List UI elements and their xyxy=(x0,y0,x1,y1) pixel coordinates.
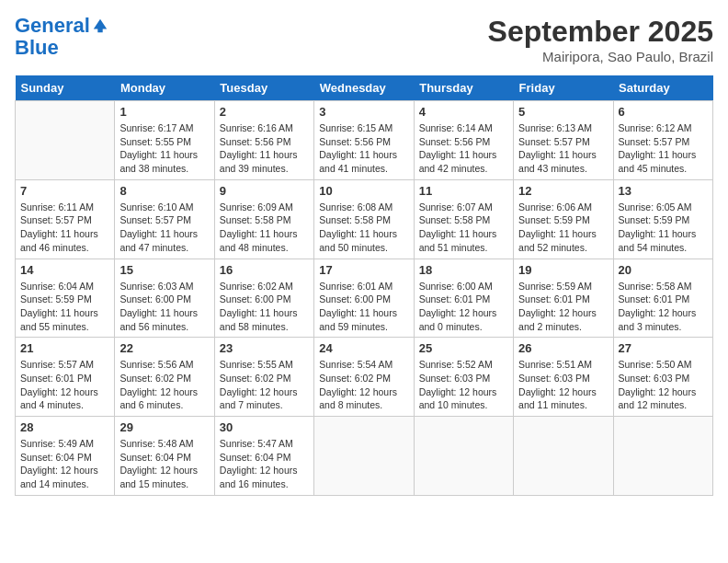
svg-marker-0 xyxy=(94,19,107,32)
day-info: Sunrise: 6:17 AM Sunset: 5:55 PM Dayligh… xyxy=(119,121,209,176)
day-of-week-saturday: Saturday xyxy=(613,75,712,101)
day-number: 23 xyxy=(220,341,309,355)
day-number: 9 xyxy=(220,184,309,198)
calendar-cell: 13Sunrise: 6:05 AM Sunset: 5:59 PM Dayli… xyxy=(613,179,712,259)
day-info: Sunrise: 5:58 AM Sunset: 6:01 PM Dayligh… xyxy=(619,280,708,334)
days-of-week-row: SundayMondayTuesdayWednesdayThursdayFrid… xyxy=(16,75,713,101)
calendar-cell xyxy=(613,417,712,496)
week-row-5: 28Sunrise: 5:49 AM Sunset: 6:04 PM Dayli… xyxy=(16,417,713,496)
day-number: 4 xyxy=(419,105,508,119)
calendar-cell: 7Sunrise: 6:11 AM Sunset: 5:57 PM Daylig… xyxy=(16,179,115,259)
calendar-cell xyxy=(514,417,613,496)
calendar-cell: 29Sunrise: 5:48 AM Sunset: 6:04 PM Dayli… xyxy=(115,417,214,496)
calendar-cell xyxy=(16,101,115,180)
calendar-cell: 22Sunrise: 5:56 AM Sunset: 6:02 PM Dayli… xyxy=(115,338,214,417)
week-row-1: 1Sunrise: 6:17 AM Sunset: 5:55 PM Daylig… xyxy=(16,101,713,180)
day-number: 28 xyxy=(20,420,109,434)
week-row-2: 7Sunrise: 6:11 AM Sunset: 5:57 PM Daylig… xyxy=(16,179,713,259)
calendar-header: SundayMondayTuesdayWednesdayThursdayFrid… xyxy=(16,75,713,101)
day-info: Sunrise: 6:09 AM Sunset: 5:58 PM Dayligh… xyxy=(220,201,309,255)
day-number: 11 xyxy=(419,184,508,198)
day-number: 26 xyxy=(518,341,608,355)
day-of-week-tuesday: Tuesday xyxy=(214,75,313,101)
calendar-cell: 10Sunrise: 6:08 AM Sunset: 5:58 PM Dayli… xyxy=(314,179,414,259)
day-info: Sunrise: 5:59 AM Sunset: 6:01 PM Dayligh… xyxy=(518,280,608,334)
day-number: 14 xyxy=(20,263,109,277)
day-number: 12 xyxy=(518,184,608,198)
day-info: Sunrise: 5:55 AM Sunset: 6:02 PM Dayligh… xyxy=(220,358,309,412)
day-number: 17 xyxy=(319,263,408,277)
day-number: 30 xyxy=(220,420,309,434)
day-number: 8 xyxy=(119,184,209,198)
calendar-cell: 16Sunrise: 6:02 AM Sunset: 6:00 PM Dayli… xyxy=(214,259,313,338)
day-number: 19 xyxy=(518,263,608,277)
day-info: Sunrise: 6:16 AM Sunset: 5:56 PM Dayligh… xyxy=(220,121,309,176)
day-of-week-wednesday: Wednesday xyxy=(314,75,414,101)
calendar-cell: 14Sunrise: 6:04 AM Sunset: 5:59 PM Dayli… xyxy=(16,259,115,338)
day-number: 21 xyxy=(20,341,109,355)
calendar-cell: 18Sunrise: 6:00 AM Sunset: 6:01 PM Dayli… xyxy=(414,259,513,338)
day-number: 5 xyxy=(518,105,608,119)
day-number: 2 xyxy=(220,105,309,119)
day-number: 6 xyxy=(619,105,708,119)
calendar-cell: 8Sunrise: 6:10 AM Sunset: 5:57 PM Daylig… xyxy=(115,179,214,259)
day-of-week-friday: Friday xyxy=(514,75,613,101)
day-info: Sunrise: 5:56 AM Sunset: 6:02 PM Dayligh… xyxy=(119,358,209,412)
day-info: Sunrise: 6:03 AM Sunset: 6:00 PM Dayligh… xyxy=(119,280,209,334)
calendar-cell: 4Sunrise: 6:14 AM Sunset: 5:56 PM Daylig… xyxy=(414,101,513,180)
calendar-cell: 1Sunrise: 6:17 AM Sunset: 5:55 PM Daylig… xyxy=(115,101,214,180)
calendar-cell xyxy=(314,417,414,496)
day-number: 29 xyxy=(119,420,209,434)
calendar-body: 1Sunrise: 6:17 AM Sunset: 5:55 PM Daylig… xyxy=(16,101,713,496)
day-info: Sunrise: 6:10 AM Sunset: 5:57 PM Dayligh… xyxy=(119,201,209,255)
day-of-week-monday: Monday xyxy=(115,75,214,101)
day-info: Sunrise: 6:07 AM Sunset: 5:58 PM Dayligh… xyxy=(419,201,508,255)
logo-icon xyxy=(92,17,108,34)
day-number: 15 xyxy=(119,263,209,277)
day-number: 24 xyxy=(319,341,408,355)
logo-blue: Blue xyxy=(15,37,108,59)
day-number: 3 xyxy=(319,105,408,119)
week-row-3: 14Sunrise: 6:04 AM Sunset: 5:59 PM Dayli… xyxy=(16,259,713,338)
day-info: Sunrise: 5:48 AM Sunset: 6:04 PM Dayligh… xyxy=(119,437,209,491)
calendar-cell: 25Sunrise: 5:52 AM Sunset: 6:03 PM Dayli… xyxy=(414,338,513,417)
day-info: Sunrise: 6:01 AM Sunset: 6:00 PM Dayligh… xyxy=(319,280,408,334)
day-info: Sunrise: 6:05 AM Sunset: 5:59 PM Dayligh… xyxy=(619,201,708,255)
day-number: 18 xyxy=(419,263,508,277)
day-info: Sunrise: 6:11 AM Sunset: 5:57 PM Dayligh… xyxy=(20,201,109,255)
calendar-cell: 21Sunrise: 5:57 AM Sunset: 6:01 PM Dayli… xyxy=(16,338,115,417)
calendar-cell: 23Sunrise: 5:55 AM Sunset: 6:02 PM Dayli… xyxy=(214,338,313,417)
calendar-cell: 20Sunrise: 5:58 AM Sunset: 6:01 PM Dayli… xyxy=(613,259,712,338)
day-info: Sunrise: 5:57 AM Sunset: 6:01 PM Dayligh… xyxy=(20,358,109,412)
week-row-4: 21Sunrise: 5:57 AM Sunset: 6:01 PM Dayli… xyxy=(16,338,713,417)
day-number: 10 xyxy=(319,184,408,198)
day-number: 1 xyxy=(119,105,209,119)
day-info: Sunrise: 6:14 AM Sunset: 5:56 PM Dayligh… xyxy=(419,121,508,176)
day-info: Sunrise: 6:04 AM Sunset: 5:59 PM Dayligh… xyxy=(20,280,109,334)
calendar-cell: 30Sunrise: 5:47 AM Sunset: 6:04 PM Dayli… xyxy=(214,417,313,496)
calendar-cell: 5Sunrise: 6:13 AM Sunset: 5:57 PM Daylig… xyxy=(514,101,613,180)
calendar-cell: 17Sunrise: 6:01 AM Sunset: 6:00 PM Dayli… xyxy=(314,259,414,338)
calendar-cell: 2Sunrise: 6:16 AM Sunset: 5:56 PM Daylig… xyxy=(214,101,313,180)
day-info: Sunrise: 5:54 AM Sunset: 6:02 PM Dayligh… xyxy=(319,358,408,412)
day-number: 27 xyxy=(619,341,708,355)
calendar-cell: 19Sunrise: 5:59 AM Sunset: 6:01 PM Dayli… xyxy=(514,259,613,338)
day-info: Sunrise: 6:15 AM Sunset: 5:56 PM Dayligh… xyxy=(319,121,408,176)
calendar-cell: 3Sunrise: 6:15 AM Sunset: 5:56 PM Daylig… xyxy=(314,101,414,180)
calendar-cell: 24Sunrise: 5:54 AM Sunset: 6:02 PM Dayli… xyxy=(314,338,414,417)
day-number: 22 xyxy=(119,341,209,355)
calendar-cell: 15Sunrise: 6:03 AM Sunset: 6:00 PM Dayli… xyxy=(115,259,214,338)
day-info: Sunrise: 5:51 AM Sunset: 6:03 PM Dayligh… xyxy=(518,358,608,412)
day-info: Sunrise: 5:50 AM Sunset: 6:03 PM Dayligh… xyxy=(619,358,708,412)
calendar-cell: 6Sunrise: 6:12 AM Sunset: 5:57 PM Daylig… xyxy=(613,101,712,180)
day-number: 16 xyxy=(220,263,309,277)
calendar-cell: 11Sunrise: 6:07 AM Sunset: 5:58 PM Dayli… xyxy=(414,179,513,259)
calendar-cell: 28Sunrise: 5:49 AM Sunset: 6:04 PM Dayli… xyxy=(16,417,115,496)
calendar-cell: 9Sunrise: 6:09 AM Sunset: 5:58 PM Daylig… xyxy=(214,179,313,259)
day-of-week-sunday: Sunday xyxy=(16,75,115,101)
day-info: Sunrise: 6:13 AM Sunset: 5:57 PM Dayligh… xyxy=(518,121,608,176)
day-info: Sunrise: 5:49 AM Sunset: 6:04 PM Dayligh… xyxy=(20,437,109,491)
day-info: Sunrise: 6:02 AM Sunset: 6:00 PM Dayligh… xyxy=(220,280,309,334)
title-block: September 2025 Mairipora, Sao Paulo, Bra… xyxy=(488,15,713,64)
calendar-cell: 27Sunrise: 5:50 AM Sunset: 6:03 PM Dayli… xyxy=(613,338,712,417)
